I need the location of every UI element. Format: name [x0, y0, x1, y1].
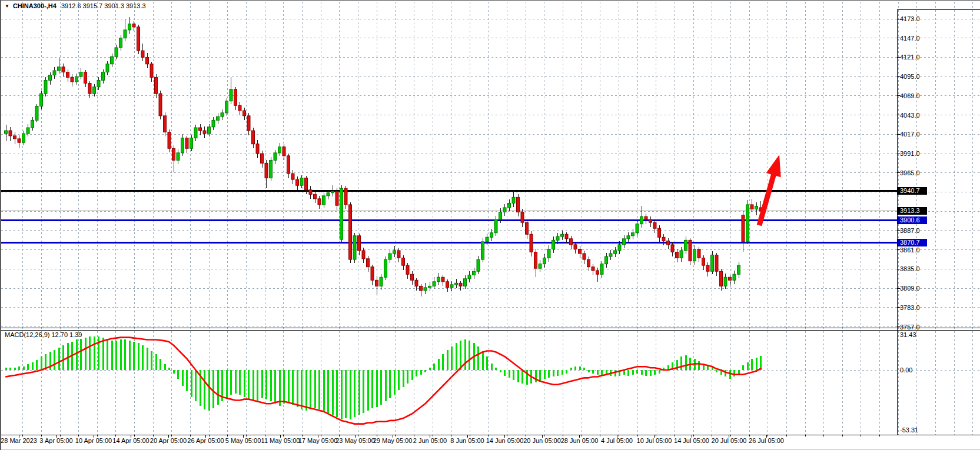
- candle-bullish: [58, 67, 61, 71]
- macd-axis-label: -53.31: [900, 426, 918, 434]
- candle-bearish: [314, 194, 317, 199]
- candle-bullish: [724, 277, 727, 286]
- candle-bearish: [662, 237, 665, 241]
- candle-bearish: [645, 216, 647, 219]
- candle-bearish: [146, 57, 149, 64]
- candle-bearish: [159, 94, 162, 116]
- candle-bearish: [750, 205, 753, 209]
- candle-bullish: [450, 285, 453, 288]
- candle-bullish: [473, 271, 476, 275]
- candle-bearish: [172, 148, 175, 160]
- candle-bullish: [433, 282, 436, 286]
- candle-bearish: [137, 27, 140, 51]
- candle-bearish: [287, 156, 290, 174]
- candle-bullish: [22, 134, 25, 142]
- candle-bullish: [217, 116, 220, 120]
- candle-bearish: [283, 147, 285, 156]
- candle-bearish: [397, 251, 400, 258]
- symbol-timeframe-label: CHINA300-,H4: [13, 2, 57, 9]
- candle-bullish: [384, 259, 387, 277]
- candle-bearish: [420, 286, 423, 291]
- candle-bullish: [627, 236, 630, 239]
- price-axis-label: 4043.0: [900, 112, 920, 119]
- candle-bullish: [40, 94, 43, 106]
- candle-bullish: [503, 208, 506, 212]
- candle-bearish: [402, 258, 405, 266]
- candle-bullish: [128, 24, 131, 30]
- candle-bearish: [406, 265, 409, 274]
- candle-bearish: [596, 271, 599, 274]
- candle-bullish: [547, 249, 550, 258]
- candle-bullish: [481, 242, 484, 259]
- candle-bullish: [300, 178, 303, 186]
- candle-bearish: [132, 24, 135, 27]
- candle-bearish: [676, 252, 679, 258]
- candle-bullish: [124, 30, 127, 38]
- candle-bearish: [653, 222, 656, 228]
- candle-bullish: [746, 205, 749, 242]
- candle-bearish: [296, 179, 299, 185]
- candle-bearish: [526, 222, 529, 234]
- candle-bullish: [738, 265, 740, 274]
- candle-bullish: [556, 236, 559, 240]
- candle-bullish: [190, 138, 193, 149]
- candle-bearish: [689, 240, 692, 261]
- candle-bearish: [671, 245, 674, 252]
- candle-bearish: [371, 267, 374, 281]
- candle-bullish: [44, 80, 47, 94]
- price-axis-label: 3991.0: [900, 150, 920, 157]
- chart-canvas[interactable]: [1, 1, 980, 450]
- candle-bearish: [459, 283, 462, 286]
- candle-bearish: [565, 234, 568, 239]
- candle-bullish: [119, 38, 122, 48]
- price-badge-3913.3: 3913.3: [898, 207, 927, 215]
- price-axis-label: 3757.0: [900, 324, 920, 331]
- candle-bearish: [238, 105, 241, 111]
- candle-bearish: [697, 249, 700, 258]
- candle-bearish: [291, 174, 294, 179]
- candle-bearish: [335, 191, 338, 205]
- candle-bearish: [71, 77, 74, 82]
- candle-bullish: [632, 233, 634, 236]
- candle-bearish: [252, 131, 255, 144]
- price-axis-label: 3965.0: [900, 169, 920, 176]
- macd-signal-line: [6, 338, 761, 424]
- price-axis-label: 4147.0: [900, 35, 920, 42]
- candle-bullish: [270, 160, 273, 178]
- candle-bearish: [667, 241, 670, 245]
- candle-bullish: [79, 72, 82, 77]
- candle-bullish: [486, 237, 489, 242]
- price-badge-3900.6: 3900.6: [898, 216, 927, 224]
- candle-bearish: [658, 228, 661, 237]
- candle-bullish: [605, 256, 608, 264]
- candle-bullish: [53, 71, 56, 75]
- candle-bearish: [530, 234, 533, 252]
- candle-bullish: [274, 153, 277, 161]
- price-axis-label: 4095.0: [900, 73, 920, 80]
- candle-bullish: [755, 206, 758, 209]
- candle-bullish: [733, 274, 736, 280]
- candle-bullish: [490, 233, 493, 238]
- candle-bearish: [376, 280, 378, 286]
- candle-bullish: [437, 277, 440, 282]
- candle-bearish: [318, 199, 321, 205]
- candle-bullish: [685, 240, 687, 251]
- symbol-dropdown-icon[interactable]: ▼: [5, 4, 9, 9]
- candle-bearish: [349, 205, 352, 259]
- candle-bearish: [649, 219, 652, 222]
- candle-bearish: [592, 267, 594, 271]
- candle-bearish: [362, 251, 365, 259]
- candle-bearish: [446, 282, 449, 288]
- candle-bearish: [243, 111, 246, 116]
- candle-bullish: [393, 251, 396, 254]
- candle-bearish: [358, 236, 361, 251]
- candle-bearish: [168, 132, 171, 149]
- chart-title: ▼CHINA300-,H43912.6 3915.7 3901.3 3913.3: [5, 2, 146, 9]
- candle-bullish: [102, 72, 105, 81]
- price-axis-label: 3809.0: [900, 285, 920, 292]
- trading-chart-window: ▼CHINA300-,H43912.6 3915.7 3901.3 3913.3…: [0, 0, 980, 450]
- candle-bearish: [150, 64, 153, 78]
- candle-bearish: [265, 163, 268, 178]
- candle-bearish: [247, 116, 250, 131]
- candle-bullish: [428, 286, 431, 288]
